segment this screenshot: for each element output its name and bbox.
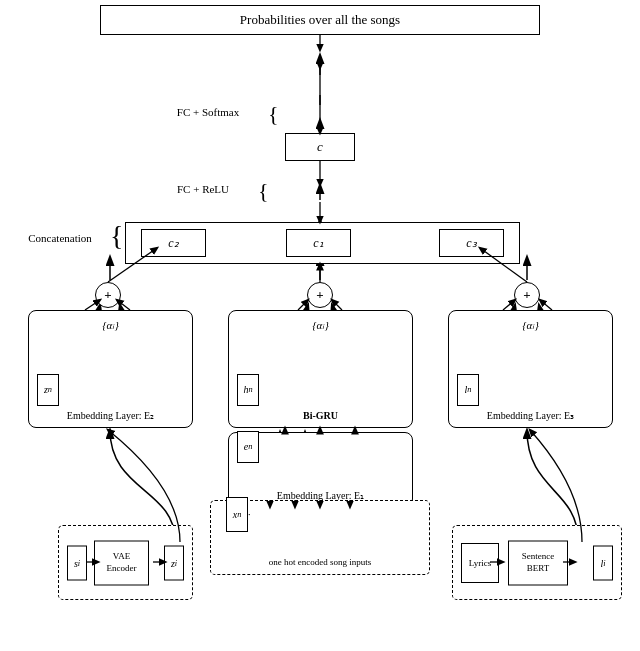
middle-plus-circle: + (307, 282, 333, 308)
c-box: c (285, 133, 355, 161)
fc-softmax-label: FC + Softmax (148, 106, 268, 118)
si-box: si (67, 545, 87, 580)
zn-box: zn (37, 374, 59, 406)
svg-line-38 (298, 300, 308, 310)
lyrics-bert-dashed-box: Lyrics SentenceBERT li (452, 525, 622, 600)
sentence-bert-box: SentenceBERT (508, 540, 568, 585)
right-embedding-box: {αᵢ} l1 l2 · · · · ln Embedding Layer: E… (448, 310, 613, 428)
one-hot-label: one hot encoded song inputs (211, 557, 429, 569)
fc-relu-brace: { (258, 180, 269, 202)
middle-embedding-box: {αᵢ} h1 h2 · · · · hn Bi-GRU (228, 310, 413, 428)
fc-relu-label: FC + ReLU (148, 183, 258, 195)
right-plus-circle: + (514, 282, 540, 308)
hn-box: hn (237, 374, 259, 406)
e2-label: Embedding Layer: E₂ (29, 410, 192, 421)
svg-line-39 (332, 300, 342, 310)
one-hot-dashed-box: x1 x2 · · · · · xn one hot encoded song … (210, 500, 430, 575)
middle-alpha-label: {αᵢ} (312, 319, 329, 332)
vae-box: VAEEncoder (94, 540, 149, 585)
lyrics-box: Lyrics (461, 543, 499, 583)
left-alpha-label: {αᵢ} (102, 319, 119, 332)
svg-line-40 (503, 300, 515, 310)
c1-box: c₁ (286, 229, 351, 257)
concatenation-label: Concatenation (10, 232, 110, 244)
right-alpha-label: {αᵢ} (522, 319, 539, 332)
diagram: Probabilities over all the songs FC + So… (0, 0, 640, 651)
concat-row-box: c₂ c₁ c₃ (125, 222, 520, 264)
bigru-label: Bi-GRU (229, 410, 412, 421)
li-out-box: li (593, 545, 613, 580)
en-box: en (237, 431, 259, 463)
title-text: Probabilities over all the songs (240, 12, 400, 28)
ln-box: ln (457, 374, 479, 406)
left-plus-circle: + (95, 282, 121, 308)
e1-embedding-box: e1 e2 · · · · en Embedding Layer: E₁ (228, 432, 413, 507)
concat-brace: { (110, 222, 123, 250)
left-embedding-box: {αᵢ} z1 z2 · · · · zn Embedding Layer: E… (28, 310, 193, 428)
title-box: Probabilities over all the songs (100, 5, 540, 35)
e3-label: Embedding Layer: E₃ (449, 410, 612, 421)
c3-box: c₃ (439, 229, 504, 257)
fc-softmax-brace: { (268, 103, 279, 125)
c2-box: c₂ (141, 229, 206, 257)
vae-encoder-dashed-box: si VAEEncoder zi (58, 525, 193, 600)
zi-out-box: zi (164, 545, 184, 580)
xn-box: xn (226, 497, 248, 532)
svg-line-41 (540, 300, 552, 310)
